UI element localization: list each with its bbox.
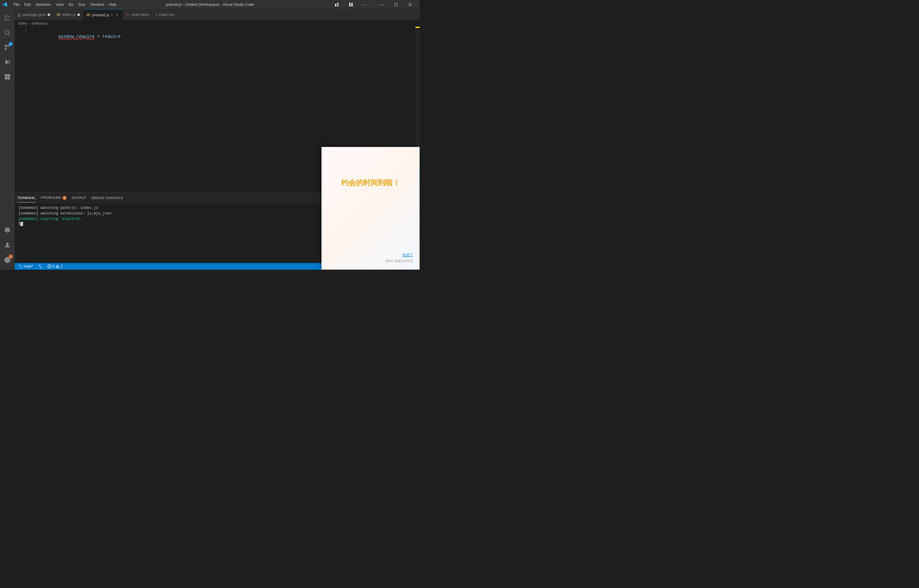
breadcrumb: tasky > preload.js [15,20,420,27]
svg-point-13 [5,48,6,50]
svg-point-26 [57,267,58,268]
tab-modified-package-json [48,13,50,16]
branch-name: main* [24,264,33,268]
menu-file[interactable]: File [11,1,22,8]
svg-point-24 [49,267,50,267]
code-line-1: window.require = require [32,28,420,45]
split-editor-icon[interactable] [344,0,358,9]
status-left: main* 0 1 [17,264,64,268]
title-bar: File Edit Selection View Go Run Terminal… [0,0,420,9]
activity-bottom: 1 [0,223,15,270]
menu-bar[interactable]: File Edit Selection View Go Run Terminal… [11,1,119,8]
activity-run[interactable] [0,55,15,69]
svg-rect-5 [380,5,384,5]
svg-rect-2 [337,5,339,6]
tab-close-preload-js[interactable]: × [115,12,120,17]
menu-run[interactable]: Run [76,1,87,8]
terminal-tab-debug-console[interactable]: DEBUG CONSOLE [91,194,123,202]
svg-rect-16 [5,74,7,76]
code-token-eq: = [95,34,102,39]
svg-rect-19 [8,77,10,79]
tab-modified-marker: 1 [111,13,113,16]
line-number-1: 1 [15,28,27,34]
tab-label-package-json: package.json [22,12,46,17]
sync-icon [38,264,42,268]
tab-index-js[interactable]: JS index.js [53,9,83,20]
error-icon [47,264,52,268]
tab-label-preload-js: preload.js [92,13,109,17]
source-control-badge: 32 [9,42,13,46]
tabs-bar: {} package.json JS index.js JS preload.j… [15,9,420,20]
tab-modified-index-js [78,13,80,16]
activity-search[interactable] [0,25,15,40]
activity-settings[interactable]: 1 [0,252,15,267]
terminal-tab-terminal[interactable]: TERMINAL [17,194,36,202]
svg-line-10 [9,34,10,35]
tab-icon-index-js: JS [57,13,60,16]
window-title: preload.js - Untitled (Workspace) - Visu… [166,2,254,7]
tab-icon-main-css: # [155,13,157,16]
terminal-prompt: $ [18,222,21,226]
svg-rect-6 [395,3,397,6]
menu-selection[interactable]: Selection [33,1,53,8]
tab-main-css[interactable]: # main.css [152,9,178,20]
minimize-button[interactable] [375,0,389,9]
tab-icon-package-json: {} [18,13,20,17]
tab-label-index-js: index.js [62,12,76,17]
settings-badge: 1 [9,254,13,258]
menu-view[interactable]: View [53,1,66,8]
svg-point-9 [5,31,9,34]
tab-label-main-html: main.html [131,12,149,17]
activity-bar: 32 1 [0,9,15,270]
tab-icon-preload-js: JS [86,13,90,16]
svg-rect-17 [8,74,10,76]
menu-edit[interactable]: Edit [22,1,33,8]
problems-badge: 1 [62,196,67,200]
tab-main-html[interactable]: <> main.html [123,9,152,20]
app-preview-window: 约会的时间到啦！ 知道了 @神土盛宴技术社区 [321,147,420,270]
tab-preload-js[interactable]: JS preload.js 1 × [83,9,123,20]
status-sync[interactable] [37,264,44,268]
terminal-cursor [21,222,23,226]
activity-source-control[interactable]: 32 [0,40,15,55]
svg-rect-1 [337,3,339,4]
breadcrumb-part-tasky[interactable]: tasky [18,21,27,26]
menu-terminal[interactable]: Terminal [87,1,106,8]
code-token-window: window.require [58,34,95,39]
activity-extensions[interactable] [0,69,15,84]
error-count: 0 [53,264,55,268]
app-preview-footer: @神土盛宴技术社区 [386,259,413,263]
tab-package-json[interactable]: {} package.json [15,9,53,20]
window-controls[interactable]: ··· [329,0,417,9]
code-token-require: require [102,34,120,39]
app-preview-link[interactable]: 知道了 [402,252,413,258]
svg-rect-0 [335,4,336,6]
menu-help[interactable]: Help [107,1,119,8]
menu-go[interactable]: Go [66,1,76,8]
title-bar-left: File Edit Selection View Go Run Terminal… [2,1,119,8]
activity-explorer[interactable] [0,10,15,25]
status-branch[interactable]: main* [17,264,34,268]
status-errors[interactable]: 0 1 [46,264,64,268]
svg-point-20 [6,243,8,245]
breadcrumb-part-file[interactable]: preload.js [32,21,48,26]
svg-rect-18 [5,77,7,79]
terminal-tab-output[interactable]: OUTPUT [72,194,86,202]
close-button[interactable] [403,0,417,9]
svg-rect-4 [351,3,353,6]
maximize-button[interactable] [389,0,403,9]
activity-test[interactable] [0,223,15,238]
more-icon[interactable]: ··· [358,0,372,9]
terminal-tab-problems[interactable]: PROBLEMS1 [41,193,67,203]
svg-marker-14 [5,60,10,65]
tab-icon-main-html: <> [126,13,130,16]
breadcrumb-sep-1: > [28,21,31,26]
warning-count: 1 [61,264,63,268]
app-preview-main-text: 约会的时间到啦！ [341,178,400,188]
scrollbar-thumb[interactable] [415,27,420,28]
git-branch-icon [18,264,23,268]
line-numbers: 1 [15,27,30,192]
activity-account[interactable] [0,238,15,252]
svg-rect-3 [349,3,350,6]
layout-icon[interactable] [329,0,344,9]
